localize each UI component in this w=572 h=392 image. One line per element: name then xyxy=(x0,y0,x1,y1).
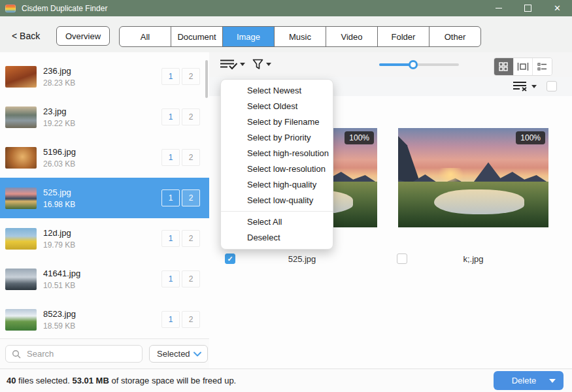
freed-size: 53.01 MB xyxy=(72,376,109,385)
tab-document[interactable]: Document xyxy=(171,27,222,46)
filter-button[interactable] xyxy=(252,59,271,70)
duplicate-count-badge-2[interactable]: 2 xyxy=(182,189,200,206)
file-size: 16.98 KB xyxy=(43,200,161,209)
minimize-button[interactable] xyxy=(484,0,513,16)
duplicate-count-badge-2[interactable]: 2 xyxy=(182,68,200,85)
menu-item-deselect[interactable]: Deselect xyxy=(221,230,333,246)
duplicate-count-badge-1[interactable]: 1 xyxy=(161,230,180,247)
minimize-icon xyxy=(496,8,502,8)
select-options-menu: Select Newest Select Oldest Select by Fi… xyxy=(220,79,333,250)
menu-item-select-newest[interactable]: Select Newest xyxy=(221,83,333,99)
tab-music[interactable]: Music xyxy=(274,27,326,46)
compare-view-button[interactable] xyxy=(513,58,533,75)
list-view-button[interactable] xyxy=(532,58,552,75)
app-window: Cisdem Duplicate Finder ✕ < Back Overvie… xyxy=(0,0,572,392)
status-text: 40 files selected. 53.01 MB of storage s… xyxy=(7,369,236,392)
file-name: 12d.jpg xyxy=(43,228,161,238)
menu-item-select-all[interactable]: Select All xyxy=(221,214,333,230)
menu-separator xyxy=(221,211,333,212)
menu-item-select-by-priority[interactable]: Select by Priority xyxy=(221,130,333,146)
duplicate-count-badge-2[interactable]: 2 xyxy=(182,108,200,125)
back-button[interactable]: < Back xyxy=(12,31,40,41)
tab-all[interactable]: All xyxy=(120,27,171,46)
file-row[interactable]: 8523.jpg 18.59 KB 1 2 xyxy=(0,299,209,338)
slider-thumb[interactable] xyxy=(409,60,418,69)
match-percent-badge: 100% xyxy=(345,131,374,144)
menu-item-select-high-resolution[interactable]: Select high-resolution xyxy=(221,146,333,161)
file-size: 26.03 KB xyxy=(43,159,161,169)
overview-button[interactable]: Overview xyxy=(56,26,110,46)
duplicate-count-badge-1[interactable]: 1 xyxy=(161,68,180,85)
file-row-selected[interactable]: 525.jpg 16.98 KB 1 2 xyxy=(0,178,209,218)
sidebar-scrollbar[interactable] xyxy=(205,60,208,98)
duplicate-count-badge-2[interactable]: 2 xyxy=(182,149,200,166)
view-mode-toggle xyxy=(494,57,552,76)
file-row[interactable]: 5196.jpg 26.03 KB 1 2 xyxy=(0,137,209,178)
file-size: 10.51 KB xyxy=(43,281,161,290)
grid-view-button[interactable] xyxy=(494,58,513,75)
delete-button[interactable]: Delete xyxy=(494,371,564,390)
search-input[interactable] xyxy=(25,348,126,359)
file-thumbnail xyxy=(5,147,37,169)
file-size: 19.79 KB xyxy=(43,240,161,250)
file-thumbnail xyxy=(5,66,37,88)
navigation-bar: < Back Overview All Document Image Music… xyxy=(0,16,572,53)
duplicate-count-badge-1[interactable]: 1 xyxy=(161,189,180,206)
thumbnail-size-slider[interactable] xyxy=(379,63,459,66)
file-name: 5196.jpg xyxy=(43,147,161,157)
close-button[interactable]: ✕ xyxy=(543,0,572,16)
tab-folder[interactable]: Folder xyxy=(377,27,429,46)
group-deselect-button[interactable] xyxy=(513,81,537,91)
file-thumbnail xyxy=(5,106,37,128)
delete-dropdown-caret-icon[interactable] xyxy=(549,379,556,383)
tab-video[interactable]: Video xyxy=(326,27,377,46)
select-options-button[interactable] xyxy=(220,59,245,70)
file-row[interactable]: 23.jpg 19.22 KB 1 2 xyxy=(0,97,209,137)
tab-image[interactable]: Image xyxy=(222,27,274,46)
duplicate-count-badge-1[interactable]: 1 xyxy=(161,311,180,328)
menu-item-select-low-quality[interactable]: Select low-quality xyxy=(221,193,333,208)
deselect-list-icon xyxy=(513,81,529,91)
status-bar: 40 files selected. 53.01 MB of storage s… xyxy=(0,368,572,392)
file-size: 19.22 KB xyxy=(43,119,161,128)
select-list-check-icon xyxy=(220,59,237,70)
search-icon xyxy=(12,350,21,359)
file-row[interactable]: 12d.jpg 19.79 KB 1 2 xyxy=(0,218,209,259)
file-name: 8523.jpg xyxy=(43,309,161,319)
tab-other[interactable]: Other xyxy=(429,27,480,46)
file-size: 28.23 KB xyxy=(43,78,161,88)
duplicate-count-badge-1[interactable]: 1 xyxy=(161,270,180,287)
group-select-checkbox[interactable] xyxy=(547,81,557,91)
search-box xyxy=(5,345,143,363)
menu-item-select-low-resolution[interactable]: Select low-resolution xyxy=(221,161,333,177)
file-row[interactable]: 41641.jpg 10.51 KB 1 2 xyxy=(0,259,209,299)
window-title: Cisdem Duplicate Finder xyxy=(22,4,107,13)
grid-view-icon xyxy=(499,62,508,71)
duplicate-count-badge-2[interactable]: 2 xyxy=(182,311,200,328)
duplicate-count-badge-2[interactable]: 2 xyxy=(182,230,200,247)
image-filename: 525.jpg xyxy=(227,254,377,264)
menu-item-select-high-quality[interactable]: Select high-quality xyxy=(221,177,333,193)
category-tabs: All Document Image Music Video Folder Ot… xyxy=(119,26,481,47)
maximize-button[interactable] xyxy=(513,0,543,16)
duplicate-count-badge-2[interactable]: 2 xyxy=(182,270,200,287)
filter-funnel-icon xyxy=(252,59,263,70)
file-row[interactable]: 236.jpg 28.23 KB 1 2 xyxy=(0,56,209,97)
selected-filter-label: Selected xyxy=(157,349,190,359)
menu-item-select-by-filename[interactable]: Select by Filename xyxy=(221,114,333,130)
duplicate-count-badge-1[interactable]: 1 xyxy=(161,149,180,166)
title-bar: Cisdem Duplicate Finder ✕ xyxy=(0,0,572,16)
window-controls: ✕ xyxy=(484,0,572,16)
duplicate-count-badge-1[interactable]: 1 xyxy=(161,108,180,125)
duplicate-file-list: 236.jpg 28.23 KB 1 2 23.jpg 19.22 KB 1 2 xyxy=(0,52,209,338)
dropdown-caret-icon xyxy=(531,85,537,88)
slider-fill xyxy=(379,63,413,66)
menu-item-select-oldest[interactable]: Select Oldest xyxy=(221,99,333,114)
duplicate-image-card[interactable]: 100% xyxy=(398,128,548,227)
file-thumbnail xyxy=(5,188,37,209)
file-name: 41641.jpg xyxy=(43,269,161,278)
selected-filter-dropdown[interactable]: Selected xyxy=(149,345,208,363)
sidebar-footer: Selected xyxy=(0,338,209,370)
app-icon xyxy=(5,5,16,12)
file-thumbnail xyxy=(5,228,37,250)
